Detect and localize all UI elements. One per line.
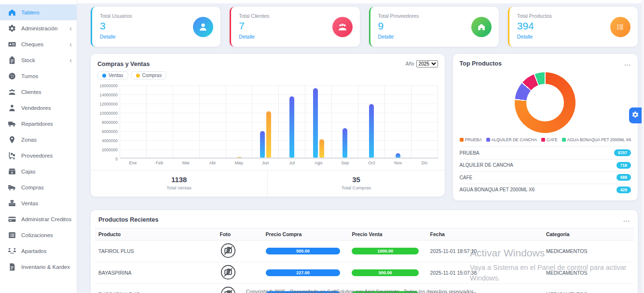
column-header-categoria: Categoria [542, 228, 634, 240]
sidebar-item-vendedores[interactable]: Vendedores [0, 100, 77, 116]
sidebar-item-label: Cajas [21, 169, 35, 174]
top-product-row: CAFE588 [460, 171, 631, 184]
sidebar-item-cheques[interactable]: Cheques‹ [0, 36, 77, 52]
y-tick-label: 12000000 [97, 102, 118, 107]
cell-precio-venta: 500.00 [348, 262, 426, 284]
chart-totals: 1138 Total Ventas 35 Total Compras [91, 170, 445, 197]
settings-gear-button[interactable] [629, 107, 642, 123]
count-badge: 5707 [614, 149, 631, 156]
ellipsis-menu-icon[interactable]: ... [624, 62, 631, 66]
sidebar-item-cotizaciones[interactable]: Cotizaciones [0, 227, 77, 243]
sidebar-item-cajas[interactable]: $Cajas [0, 163, 77, 179]
chevron-left-icon: ‹ [69, 25, 72, 32]
bar-plot [120, 85, 438, 159]
sidebar-item-label: Apartados [21, 248, 46, 254]
compras-bar [266, 111, 271, 159]
sidebar-item-clientes[interactable]: Clientes [0, 84, 77, 100]
detalle-link[interactable]: Detalle [378, 34, 394, 40]
users-icon [7, 88, 17, 96]
footer-copyright: Copyright © 2025 - Desarrollado en SoftS… [77, 289, 644, 293]
sidebar-item-administraci-n[interactable]: Administración‹ [0, 20, 77, 36]
sidebar-item-inventario-kardex[interactable]: Inventario & Kardex [0, 259, 77, 275]
donut-legend: PRUEBAALQUILER DE CANCHACAFEAGUA BONAQUA… [460, 137, 631, 142]
sidebar-item-compras[interactable]: Compras [0, 179, 77, 195]
y-tick-label: 0 [97, 157, 118, 161]
sidebar-item-zonas[interactable]: Zonas [0, 132, 77, 147]
cell-categoria: MEDICAMENTOS [542, 240, 634, 262]
month-column-dic [411, 85, 438, 159]
cell-precio-compra: 227.00 [262, 262, 348, 284]
count-badge: 429 [617, 186, 631, 193]
year-select[interactable]: 2025 [416, 60, 438, 67]
sidebar-item-proveedores[interactable]: Proveedores [0, 147, 77, 163]
sidebar-item-label: Stock [21, 57, 35, 63]
chart-legend: VentasCompras [91, 67, 445, 80]
ventas-bar [313, 88, 318, 159]
sidebar-item-label: Zonas [21, 137, 37, 143]
sidebar-item-label: Turnos [21, 73, 38, 79]
x-tick-label: Jul [279, 160, 305, 165]
legend-square-icon [562, 138, 566, 142]
detalle-link[interactable]: Detalle [239, 34, 255, 40]
top-product-name: ALQUILER DE CANCHA [460, 162, 513, 168]
x-tick-label: Abr [199, 160, 226, 165]
detalle-link[interactable]: Detalle [100, 34, 116, 40]
legend-square-icon [486, 138, 490, 142]
donut-legend-item[interactable]: CAFE [541, 137, 558, 142]
ventas-bar [396, 153, 400, 159]
x-tick-label: Dic [411, 160, 438, 165]
ventas-bar [260, 131, 265, 159]
recent-products-card: Productos Recientes ... ProductoFotoPrec… [91, 210, 638, 293]
credit-card-icon [7, 215, 17, 224]
precio-venta-pill: 1000.00 [352, 248, 419, 254]
month-column-ago [305, 85, 332, 159]
cell-precio-compra: 500.00 [262, 240, 348, 262]
chevron-left-icon: ‹ [69, 41, 72, 48]
y-tick-label: 10000000 [97, 111, 118, 116]
legend-dot-icon [136, 74, 140, 78]
donut-legend-item[interactable]: AGUA BONAQUA PET 2000ML X6 [562, 137, 631, 142]
money-check-icon [7, 40, 17, 49]
donut-legend-item[interactable]: ALQUILER DE CANCHA [486, 137, 537, 142]
sidebar-item-label: Administración [21, 26, 57, 31]
ventas-bar [343, 128, 347, 159]
main-content: Total Usuarios3DetalleTotal Clientes7Det… [77, 0, 644, 293]
stat-card-total-productos: Total Productos394Detalle [508, 7, 638, 47]
sidebar-item-apartados[interactable]: Apartados [0, 243, 77, 259]
sidebar-item-ventas[interactable]: Ventas [0, 195, 77, 211]
top-products-donut-chart [515, 72, 575, 133]
legend-ventas[interactable]: Ventas [97, 71, 128, 80]
users-group-icon [332, 17, 353, 37]
cell-foto [216, 262, 262, 284]
sidebar-item-label: Compras [21, 185, 44, 190]
sidebar-item-label: Vendedores [21, 105, 51, 111]
sidebar-item-label: Repartidores [21, 121, 53, 127]
x-tick-label: May [226, 160, 252, 165]
cash-register-icon [7, 199, 17, 208]
x-tick-label: Feb [146, 160, 173, 165]
precio-venta-pill: 500.00 [352, 269, 419, 276]
table-row: BAYASPIRINA227.00500.002025-11-01 15:07:… [95, 262, 634, 284]
month-column-mar [173, 85, 200, 159]
sidebar-item-label: Proveedores [21, 153, 53, 159]
legend-square-icon [541, 138, 545, 142]
ellipsis-menu-icon[interactable]: ... [623, 218, 630, 222]
sidebar-item-label: Tablero [21, 10, 40, 15]
top-product-name: PRUEBA [460, 150, 480, 156]
sidebar-item-repartidores[interactable]: Repartidores [0, 116, 77, 132]
y-tick-label: 6000000 [97, 129, 118, 134]
donut-legend-item[interactable]: PRUEBA [460, 137, 482, 142]
sidebar-item-stock[interactable]: Stock‹ [0, 52, 77, 68]
detalle-link[interactable]: Detalle [517, 34, 533, 40]
sidebar-item-tablero[interactable]: Tablero [0, 4, 77, 20]
month-column-sep [332, 85, 358, 159]
sidebar-item-turnos[interactable]: Turnos [0, 68, 77, 84]
scrollbar-track[interactable] [642, 0, 644, 293]
legend-compras[interactable]: Compras [131, 71, 167, 80]
cash-box-icon: $ [7, 167, 17, 176]
stat-label: Total Clientes [239, 13, 352, 19]
x-tick-label: Jun [252, 160, 279, 165]
y-axis: 1600000014000000120000001000000080000006… [97, 85, 118, 159]
gear-icon [7, 24, 17, 33]
sidebar-item-administrar-creditos[interactable]: Administrar Creditos [0, 211, 77, 227]
